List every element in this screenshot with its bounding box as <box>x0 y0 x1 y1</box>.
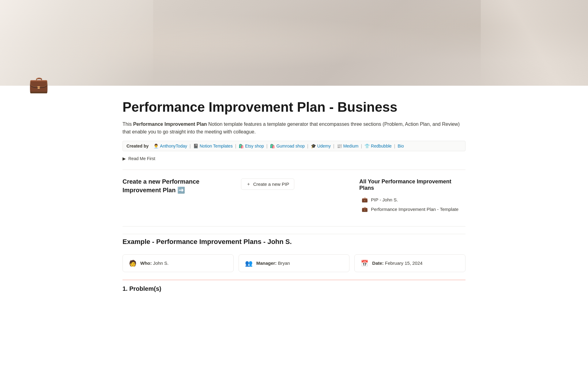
credits-label: Created by <box>126 144 149 148</box>
who-icon: 🧑 <box>129 260 137 267</box>
redbubble-label: Redbubble <box>371 144 392 148</box>
plan-label-0: PIP - John S. <box>371 197 398 202</box>
sep2: | <box>235 144 236 148</box>
gumroad-icon: 🛍️ <box>270 144 275 148</box>
sep5: | <box>333 144 334 148</box>
udemy-icon: 🎓 <box>311 144 316 148</box>
credit-udemy[interactable]: 🎓 Udemy <box>311 144 331 148</box>
credit-bio[interactable]: Bio <box>398 144 404 148</box>
sep3: | <box>266 144 268 148</box>
gumroad-label: Gumroad shop <box>276 144 305 148</box>
notion-templates-label: Notion Templates <box>200 144 233 148</box>
sep7: | <box>394 144 395 148</box>
info-cards: 🧑 Who: John S. 👥 Manager: Bryan 📅 Date: … <box>123 254 466 272</box>
credit-etsy[interactable]: 🛍️ Etsy shop <box>239 144 264 148</box>
date-icon: 📅 <box>361 260 368 267</box>
etsy-label: Etsy shop <box>245 144 264 148</box>
create-pip-button-label: Create a new PIP <box>253 182 289 187</box>
create-pip-heading: Create a new Performance Improvement Pla… <box>123 177 229 194</box>
divider-2 <box>123 226 466 227</box>
plus-icon: ＋ <box>246 181 251 187</box>
all-plans-section: All Your Performance Improvement Plans 💼… <box>359 177 466 214</box>
bio-label: Bio <box>398 144 404 148</box>
credits-bar: Created by 👨‍💼 AnthonyToday | 📓 Notion T… <box>123 141 466 151</box>
create-button-area: ＋ Create a new PIP <box>241 177 347 190</box>
credit-notion-templates[interactable]: 📓 Notion Templates <box>193 144 233 148</box>
example-section: Example - Performance Improvement Plans … <box>123 234 466 292</box>
who-content: Who: John S. <box>140 260 169 266</box>
who-value: John S. <box>153 260 169 266</box>
date-value: February 15, 2024 <box>385 260 423 266</box>
udemy-label: Udemy <box>317 144 331 148</box>
date-card: 📅 Date: February 15, 2024 <box>354 254 466 272</box>
medium-label: Medium <box>343 144 359 148</box>
read-me-toggle[interactable]: ▶ Read Me First <box>123 155 466 162</box>
create-heading-wrapper: Create a new Performance Improvement Pla… <box>123 177 229 194</box>
who-card: 🧑 Who: John S. <box>123 254 234 272</box>
credit-redbubble[interactable]: 👕 Redbubble <box>364 144 392 148</box>
problem-heading: 1. Problem(s) <box>123 285 466 292</box>
problem-section: 1. Problem(s) <box>123 279 466 292</box>
date-label: Date: <box>372 260 384 266</box>
sep4: | <box>307 144 308 148</box>
sep6: | <box>361 144 362 148</box>
redbubble-icon: 👕 <box>364 144 370 148</box>
create-pip-button[interactable]: ＋ Create a new PIP <box>241 178 295 190</box>
all-plans-heading: All Your Performance Improvement Plans <box>359 178 466 191</box>
example-heading: Example - Performance Improvement Plans … <box>123 234 466 249</box>
credit-medium[interactable]: 📰 Medium <box>337 144 359 148</box>
anthonytoday-label: AnthonyToday <box>160 144 187 148</box>
page-icon: 💼 <box>28 73 50 95</box>
medium-icon: 📰 <box>337 144 342 148</box>
page-content: Performance Improvement Plan - Business … <box>95 99 493 311</box>
date-content: Date: February 15, 2024 <box>372 260 422 266</box>
manager-icon: 👥 <box>245 260 253 267</box>
pip-create-section: Create a new Performance Improvement Pla… <box>123 177 466 214</box>
page-description: This Performance Improvement Plan Notion… <box>123 120 466 136</box>
manager-label: Manager: <box>256 260 277 266</box>
description-bold: Performance Improvement Plan <box>133 122 207 127</box>
page-title: Performance Improvement Plan - Business <box>123 99 466 115</box>
manager-card: 👥 Manager: Bryan <box>239 254 350 272</box>
sep1: | <box>190 144 191 148</box>
plan-icon-1: 💼 <box>362 206 368 212</box>
plan-item-1[interactable]: 💼 Performance Improvement Plan - Templat… <box>359 204 466 214</box>
credit-gumroad[interactable]: 🛍️ Gumroad shop <box>270 144 305 148</box>
cover-image <box>0 0 588 86</box>
description-prefix: This <box>123 122 133 127</box>
read-me-arrow: ▶ <box>123 156 126 161</box>
anthonytoday-icon: 👨‍💼 <box>153 144 159 148</box>
etsy-icon: 🛍️ <box>239 144 244 148</box>
plan-label-1: Performance Improvement Plan - Template <box>371 207 458 212</box>
plan-icon-0: 💼 <box>362 197 368 203</box>
read-me-label: Read Me First <box>128 156 155 161</box>
notion-templates-icon: 📓 <box>193 144 198 148</box>
divider-1 <box>123 170 466 170</box>
who-label: Who: <box>140 260 152 266</box>
manager-value: Bryan <box>278 260 290 266</box>
plan-item-0[interactable]: 💼 PIP - John S. <box>359 195 466 204</box>
manager-content: Manager: Bryan <box>256 260 290 266</box>
credit-anthonytoday[interactable]: 👨‍💼 AnthonyToday <box>153 144 187 148</box>
